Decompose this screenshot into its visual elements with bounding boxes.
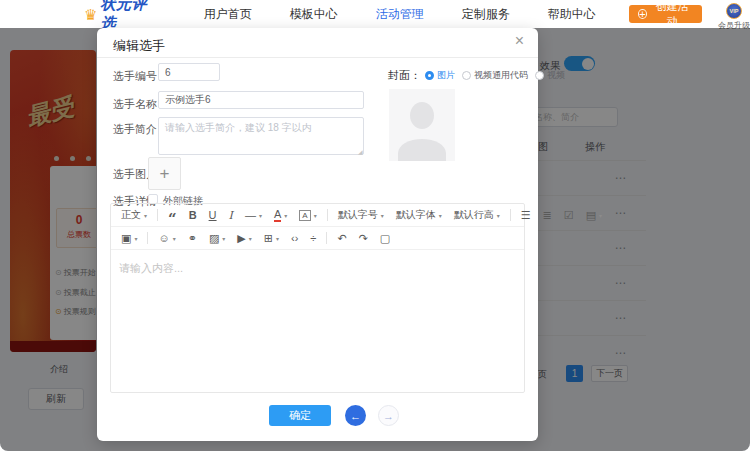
todo-list-icon[interactable]: ☑ (558, 209, 580, 222)
bg-color-icon[interactable]: A▾ (293, 210, 322, 221)
cover-option-image-label: 图片 (437, 69, 455, 82)
video-glyph: ▶ (237, 232, 245, 245)
caret-down-icon: ▾ (276, 235, 279, 242)
next-contestant-button[interactable]: → (378, 405, 399, 426)
cover-option-image[interactable]: 图片 (425, 69, 462, 82)
cover-type-group: 封面： 图片 视频通用代码 视频 (388, 68, 572, 83)
caret-down-icon: ▾ (222, 235, 225, 242)
quote-icon[interactable]: “ (162, 211, 183, 219)
contestant-name-input[interactable] (158, 91, 364, 109)
paragraph-style-label: 正文 (121, 208, 141, 222)
quote-glyph: “ (168, 215, 177, 223)
modal-header: 编辑选手 × (97, 28, 538, 58)
emoji-icon[interactable]: ☺▾ (152, 232, 181, 244)
code-glyph: ‹› (291, 232, 298, 244)
plus-icon: + (160, 164, 170, 184)
line-height-label: 默认行高 (454, 208, 494, 222)
undo-glyph: ↶ (337, 232, 346, 245)
toolbar-separator (147, 232, 148, 244)
editor-toolbar-row-1: 正文▾ “ B U I —▾ A▾ A▾ 默认字号▾ 默认字体▾ 默认行高▾ ☰… (111, 204, 524, 227)
nav-item-help-center[interactable]: 帮助中心 (548, 6, 596, 23)
cover-option-code-label: 视频通用代码 (474, 69, 528, 82)
line-height-select[interactable]: 默认行高▾ (448, 208, 506, 222)
caret-down-icon: ▾ (439, 212, 442, 219)
bg-color-glyph: A (299, 210, 310, 221)
modal-title: 编辑选手 (113, 37, 165, 55)
prev-contestant-button[interactable]: ← (345, 405, 366, 426)
resize-handle-icon[interactable]: ◢ (358, 148, 363, 155)
emoji-glyph: ☺ (158, 232, 169, 244)
strike-glyph: — (245, 209, 256, 221)
ordered-list-icon[interactable]: ≣ (537, 209, 558, 222)
todo-glyph: ☑ (564, 209, 574, 222)
confirm-button[interactable]: 确定 (269, 405, 331, 426)
image-icon[interactable]: ▨▾ (203, 232, 231, 245)
code-icon[interactable]: ‹› (285, 232, 304, 244)
caret-down-icon: ▾ (259, 212, 262, 219)
caret-down-icon: ▾ (599, 212, 602, 219)
align-glyph: ▤ (586, 209, 596, 222)
fullscreen-icon[interactable]: ▢ (374, 232, 396, 245)
italic-glyph: I (229, 209, 233, 222)
contestant-number-input[interactable] (158, 63, 220, 81)
italic-icon[interactable]: I (223, 209, 239, 222)
caret-down-icon: ▾ (249, 235, 252, 242)
editor-content-area[interactable]: 请输入内容... (111, 250, 524, 393)
video-icon[interactable]: ▶▾ (231, 232, 257, 245)
caret-down-icon: ▾ (144, 212, 147, 219)
underline-icon[interactable]: U (203, 209, 223, 221)
more-text-style-icon[interactable]: —▾ (239, 209, 268, 221)
nav-item-template-center[interactable]: 模板中心 (290, 6, 338, 23)
radio-selected-icon (425, 71, 434, 80)
font-family-select[interactable]: 默认字体▾ (390, 208, 448, 222)
toolbar-separator (327, 209, 328, 221)
paragraph-style-select[interactable]: 正文▾ (115, 208, 153, 222)
link-icon[interactable]: ⚭ (182, 232, 203, 245)
indent-icon[interactable]: ▣▾ (115, 232, 143, 245)
underline-glyph: U (209, 209, 217, 221)
image-glyph: ▨ (209, 232, 219, 245)
rich-text-editor: 正文▾ “ B U I —▾ A▾ A▾ 默认字号▾ 默认字体▾ 默认行高▾ ☰… (110, 203, 525, 393)
cover-label: 封面： (388, 68, 421, 83)
font-family-label: 默认字体 (396, 208, 436, 222)
cover-option-video-code[interactable]: 视频通用代码 (462, 69, 535, 82)
table-glyph: ⊞ (264, 232, 273, 245)
undo-icon[interactable]: ↶ (331, 232, 352, 245)
toolbar-separator (157, 209, 158, 221)
caret-down-icon: ▾ (497, 212, 500, 219)
ul-glyph: ☰ (521, 209, 531, 222)
link-glyph: ⚭ (188, 232, 197, 245)
contestant-name-label: 选手名称 (113, 97, 157, 112)
bold-glyph: B (189, 209, 197, 221)
close-icon[interactable]: × (515, 33, 524, 49)
caret-down-icon: ▾ (314, 212, 317, 219)
caret-down-icon: ▾ (173, 235, 176, 242)
redo-glyph: ↷ (359, 232, 368, 245)
editor-placeholder: 请输入内容... (119, 262, 183, 274)
unordered-list-icon[interactable]: ☰ (515, 209, 537, 222)
indent-glyph: ▣ (121, 232, 131, 245)
divider-icon[interactable]: ÷ (304, 232, 322, 244)
nav-item-activity-manage[interactable]: 活动管理 (376, 6, 424, 23)
divider-glyph: ÷ (310, 232, 316, 244)
avatar-shoulders-shape (398, 139, 446, 161)
vip-upgrade[interactable]: VIP 会员升级 (718, 3, 750, 31)
nav-item-custom-service[interactable]: 定制服务 (462, 6, 510, 23)
create-activity-label: 创建活动 (651, 0, 693, 29)
radio-icon (462, 71, 471, 80)
font-color-icon[interactable]: A▾ (268, 209, 293, 222)
table-icon[interactable]: ⊞▾ (258, 232, 285, 245)
crown-icon: ♛ (84, 7, 97, 22)
create-activity-button[interactable]: + 创建活动 (629, 5, 702, 23)
font-size-select[interactable]: 默认字号▾ (332, 208, 390, 222)
contestant-intro-textarea[interactable] (158, 117, 364, 155)
caret-down-icon: ▾ (284, 212, 287, 219)
redo-icon[interactable]: ↷ (353, 232, 374, 245)
cover-option-video[interactable]: 视频 (535, 69, 572, 82)
bold-icon[interactable]: B (183, 209, 203, 221)
cover-image-placeholder (389, 89, 455, 161)
editor-toolbar-row-2: ▣▾ ☺▾ ⚭ ▨▾ ▶▾ ⊞▾ ‹› ÷ ↶ ↷ ▢ (111, 227, 524, 250)
nav-item-user-home[interactable]: 用户首页 (204, 6, 252, 23)
align-icon[interactable]: ▤▾ (580, 209, 608, 222)
image-upload-button[interactable]: + (148, 157, 181, 190)
